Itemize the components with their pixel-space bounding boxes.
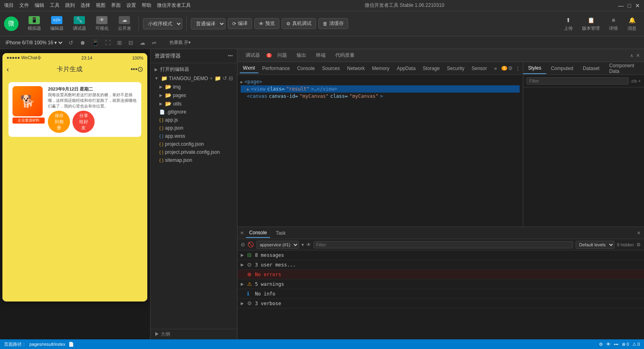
close-console-icon[interactable]: ✕	[637, 230, 641, 236]
file-appjs[interactable]: { } app.js	[155, 116, 237, 124]
project-root-item[interactable]: ▼ 📁 TIANGOU_DEMO + 📁 ↺ ⊟	[151, 74, 237, 83]
file-gitignore[interactable]: 📄 .gitignore	[155, 108, 237, 116]
compile-button[interactable]: ⟳ 编译	[228, 18, 252, 29]
split-icon[interactable]: ⊟	[127, 39, 135, 47]
tab-dataset[interactable]: Dataset	[578, 63, 604, 74]
menu-view[interactable]: 视图	[96, 2, 105, 9]
dropdown-icon[interactable]: ▾	[301, 242, 304, 248]
save-button[interactable]: 保存到相册	[48, 111, 70, 133]
file-projectprivate[interactable]: { } project.private.config.json	[155, 148, 237, 156]
more-button[interactable]: •••	[131, 66, 138, 73]
folder-pages[interactable]: ▶ 📂 pages	[155, 91, 237, 99]
tab-memory[interactable]: Memory	[369, 64, 392, 73]
tab-sources[interactable]: Sources	[319, 64, 343, 73]
simulator-button[interactable]: 📱 模拟器	[24, 14, 44, 33]
settings-icon[interactable]: ⚙	[508, 65, 513, 71]
console-menu-icon[interactable]: ≡	[241, 230, 244, 236]
menu-goto[interactable]: 跳到	[65, 2, 75, 9]
level-select[interactable]: Default levels	[576, 241, 615, 249]
file-appjson[interactable]: { } app.json	[155, 124, 237, 132]
console-row-verbose[interactable]: ▶ ⚙ 3 verbose	[237, 299, 644, 308]
menu-select[interactable]: 选择	[80, 2, 90, 9]
tab-performance[interactable]: Performance	[259, 64, 293, 73]
menu-project[interactable]: 项目	[4, 2, 14, 9]
clear-cache-button[interactable]: 🗑 清缓存	[318, 18, 348, 29]
tab-console[interactable]: Console	[246, 228, 270, 238]
mode-select[interactable]: 小程序模式	[143, 18, 182, 29]
tab-task[interactable]: Task	[272, 229, 289, 237]
console-filter-input[interactable]	[314, 241, 573, 248]
version-button[interactable]: 📋 版本管理	[579, 14, 603, 33]
tab-more[interactable]: »	[491, 64, 500, 73]
visual-button[interactable]: 👁 可视化	[92, 14, 112, 33]
dom-line-page[interactable]: ▶ <page>	[241, 78, 520, 85]
tab-network[interactable]: Network	[344, 64, 368, 73]
expand-up-icon[interactable]: ∧	[630, 53, 634, 58]
menu-settings[interactable]: 设置	[126, 2, 136, 9]
preview-button[interactable]: 👁 预览	[254, 18, 279, 29]
editor-button[interactable]: </> 编辑器	[47, 14, 67, 33]
settings-status-icon[interactable]: ⚙	[599, 342, 603, 347]
console-row-info[interactable]: ℹ No info	[237, 289, 644, 299]
minimize-button[interactable]: —	[618, 2, 624, 9]
menu-help[interactable]: 帮助	[142, 2, 151, 9]
device-select[interactable]: iPhone 6/7/8 100% 16 ▾	[4, 39, 64, 46]
menu-devtools[interactable]: 微信开发者工具	[157, 2, 191, 9]
cls-button[interactable]: .cls +	[630, 78, 641, 83]
more-dots-icon[interactable]: ⋮	[515, 65, 520, 71]
detail-button[interactable]: ≡ 详情	[605, 14, 621, 33]
tab-quality[interactable]: 代码质量	[331, 50, 359, 60]
hotspot-select[interactable]: 热重载 开▾	[169, 39, 191, 45]
cloud-button[interactable]: ☁ 云开发	[114, 14, 134, 33]
clear-icon[interactable]: 🚫	[248, 242, 254, 248]
service-select[interactable]: appservice (#1)	[256, 241, 299, 249]
phone-icon[interactable]: 📱	[90, 39, 100, 47]
record-icon[interactable]: ⏺	[78, 39, 87, 47]
preview-status-icon[interactable]: 👁	[606, 342, 611, 347]
tab-computed[interactable]: Computed	[546, 63, 578, 74]
settings-icon[interactable]: ⚙	[636, 242, 641, 248]
file-manager-actions[interactable]: •••	[228, 53, 233, 59]
share-button[interactable]: 分享给好友	[72, 111, 95, 133]
close-debug-icon[interactable]: ✕	[636, 53, 640, 58]
real-debug-button[interactable]: ⚙ 真机调试	[282, 18, 316, 29]
tab-component-data[interactable]: Component Data	[604, 62, 639, 76]
console-row-warning[interactable]: ▶ ⚠ 5 warnings	[237, 279, 644, 289]
tab-terminal[interactable]: 终端	[312, 50, 330, 60]
refresh-icon[interactable]: ↺	[67, 39, 75, 47]
console-row-error[interactable]: ⊗ No errors	[237, 270, 644, 279]
menu-file[interactable]: 文件	[19, 2, 29, 9]
debugger-button[interactable]: 🔧 调试器	[69, 14, 89, 33]
tab-console-inner[interactable]: Console	[294, 64, 318, 73]
more-icon[interactable]: •••	[228, 53, 233, 59]
file-appwxss[interactable]: { } app.wxss	[155, 132, 237, 140]
file-sitemap[interactable]: { } sitemap.json	[155, 156, 237, 164]
fullscreen-icon[interactable]: ⛶	[103, 39, 112, 47]
folder-utils[interactable]: ▶ 📂 utils	[155, 99, 237, 108]
menu-bar[interactable]: 项目 文件 编辑 工具 跳到 选择 视图 界面 设置 帮助 微信开发者工具	[4, 2, 191, 9]
cloud2-icon[interactable]: ☁	[138, 39, 147, 47]
menu-edit[interactable]: 编辑	[35, 2, 44, 9]
compile-select[interactable]: 普通编译	[191, 18, 225, 29]
tab-output[interactable]: 输出	[293, 50, 310, 60]
console-row-user[interactable]: ▶ ⊙ 3 user mess...	[237, 260, 644, 270]
tab-wxml[interactable]: Wxml	[240, 64, 258, 73]
menu-tools[interactable]: 工具	[50, 2, 60, 9]
tab-debugger[interactable]: 调试器	[242, 50, 264, 60]
file-projectconfig[interactable]: { } project.config.json	[155, 140, 237, 148]
tab-issues[interactable]: 问题	[273, 50, 291, 60]
dom-line-view[interactable]: ▶ <view class= "result" >…</view>	[241, 85, 520, 93]
collapse-icon[interactable]: ⊟	[229, 75, 233, 81]
maximize-button[interactable]: □	[628, 2, 631, 9]
close-button[interactable]: ✕	[635, 2, 640, 9]
arrow-icon[interactable]: ⇌	[150, 39, 158, 47]
tab-storage[interactable]: Storage	[419, 64, 443, 73]
console-row-messages[interactable]: ▶ ⊟ 8 messages	[237, 250, 644, 260]
add-file-icon[interactable]: +	[210, 75, 213, 81]
record-button[interactable]: ⊙	[137, 65, 143, 74]
window-controls[interactable]: — □ ✕	[618, 2, 640, 9]
refresh-tree-icon[interactable]: ↺	[223, 75, 227, 81]
styles-filter-input[interactable]	[526, 77, 629, 85]
outline-section[interactable]: ▶ 大纲	[151, 329, 237, 339]
message-button[interactable]: 🔔 消息	[624, 14, 640, 33]
